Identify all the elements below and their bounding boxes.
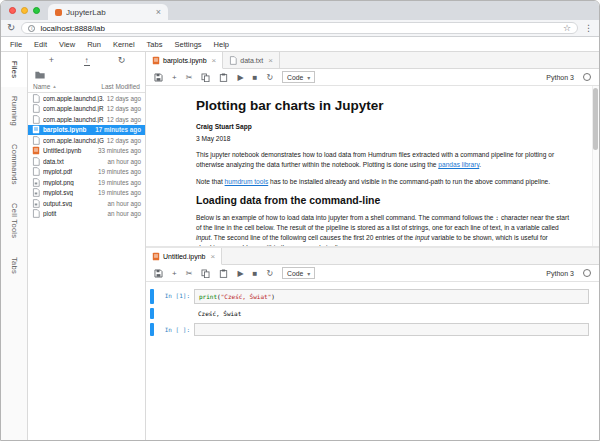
cell-type-dropdown[interactable]: Code ▾ [282,71,315,83]
page-info-icon[interactable]: i [28,25,35,32]
sidebar-tab-running[interactable]: Running [1,87,27,135]
address-bar[interactable]: i localhost:8888/lab ☆ [21,22,578,34]
empty-code-cell[interactable]: In [ ]: [150,323,589,336]
sidebar-tab-cell-tools[interactable]: Cell Tools [1,194,27,247]
column-modified[interactable]: Last Modified [101,83,140,90]
tab-data-txt[interactable]: data.txt × [223,52,280,68]
minimize-window-icon[interactable] [21,7,28,14]
add-cell-icon[interactable]: + [172,73,177,82]
bookmark-star-icon[interactable]: ☆ [563,24,571,33]
notebook-icon [32,146,40,155]
paste-cell-icon[interactable] [219,269,228,278]
image-file-icon [32,199,40,208]
menu-tabs[interactable]: Tabs [141,40,169,49]
menu-kernel[interactable]: Kernel [107,40,141,49]
menu-run[interactable]: Run [81,40,107,49]
file-name: plotit [43,210,104,217]
file-name: com.apple.launchd.j3.. [43,95,104,102]
column-name[interactable]: Name▲ [33,83,101,90]
kernel-name[interactable]: Python 3 [546,74,574,81]
run-cell-icon[interactable]: ▶ [237,269,243,278]
scrollbar[interactable] [592,86,599,246]
dock-panel: barplots.ipynb × data.txt × + ✂ ▶ [146,52,599,441]
interrupt-kernel-icon[interactable]: ■ [253,73,258,82]
close-tab-icon[interactable]: × [268,56,273,65]
add-cell-icon[interactable]: + [172,269,177,278]
menu-settings[interactable]: Settings [168,40,207,49]
save-icon[interactable] [154,73,163,82]
file-row[interactable]: myplot.svg 19 minutes ago [28,188,145,199]
cell-collapser[interactable] [150,323,154,336]
code-cell[interactable]: In [1]: print("Cześć, Świat") [150,289,589,304]
file-modified: 33 minutes ago [98,147,141,154]
file-row[interactable]: com.apple.launchd.jG.. 12 days ago [28,135,145,146]
window-controls[interactable] [1,1,48,20]
browser-menu-icon[interactable]: ⋮ [584,24,593,33]
output-prompt [156,308,194,319]
cut-cell-icon[interactable]: ✂ [186,269,193,278]
menu-help[interactable]: Help [208,40,235,49]
interrupt-kernel-icon[interactable]: ■ [253,269,258,278]
menu-view[interactable]: View [53,40,81,49]
notebook-toolbar: + ✂ ▶ ■ ↻ Code ▾ Python 3 [146,265,599,282]
code-token: "Cześć, Świat" [221,293,272,300]
tab-untitled-ipynb[interactable]: Untitled.ipynb × [146,248,222,265]
humdrum-tools-link[interactable]: humdrum tools [225,178,269,185]
doc-paragraph-1: This jupyter notebook demonstrates how t… [196,150,573,170]
kernel-status-icon[interactable] [583,269,591,277]
file-row[interactable]: com.apple.launchd.jR.. 12 days ago [28,114,145,125]
paste-cell-icon[interactable] [219,73,228,82]
sidebar-tab-tabs[interactable]: Tabs [1,248,27,283]
cell-collapser[interactable] [150,289,154,304]
breadcrumb[interactable] [28,68,145,81]
pandas-library-link[interactable]: pandas library [438,161,479,168]
file-row[interactable]: com.apple.launchd.j3.. 12 days ago [28,93,145,104]
refresh-files-icon[interactable]: ↻ [104,55,139,65]
code-input[interactable]: print("Cześć, Świat") [194,289,589,304]
menu-file[interactable]: File [4,40,28,49]
close-tab-icon[interactable]: × [156,8,161,17]
jupyterlab-menubar: File Edit View Run Kernel Tabs Settings … [1,37,599,52]
file-row[interactable]: Untitled.ipynb 33 minutes ago [28,146,145,157]
file-icon [32,115,40,124]
close-window-icon[interactable] [9,7,16,14]
top-document-panel: barplots.ipynb × data.txt × + ✂ ▶ [146,52,599,248]
code-input[interactable] [194,323,589,336]
tab-barplots-ipynb[interactable]: barplots.ipynb × [146,52,223,69]
cut-cell-icon[interactable]: ✂ [186,73,193,82]
file-row[interactable]: com.apple.launchd.jR.. 12 days ago [28,104,145,115]
output-collapser[interactable] [150,308,154,319]
file-row-selected[interactable]: barplots.ipynb 17 minutes ago [28,125,145,136]
kernel-status-icon[interactable] [583,73,591,81]
reload-icon[interactable]: ↻ [7,23,15,33]
sidebar-tab-commands[interactable]: Commands [1,135,27,194]
scrollbar-thumb[interactable] [593,88,598,150]
file-name: myplot.png [43,179,95,186]
file-row[interactable]: plotit an hour ago [28,209,145,220]
kernel-name[interactable]: Python 3 [546,270,574,277]
file-row[interactable]: data.txt an hour ago [28,156,145,167]
paragraph-text: Note that [196,178,225,185]
copy-cell-icon[interactable] [201,73,210,82]
close-tab-icon[interactable]: × [210,252,215,261]
file-row[interactable]: myplot.pdf 19 minutes ago [28,167,145,178]
restart-kernel-icon[interactable]: ↻ [266,269,273,278]
file-row[interactable]: output.svg an hour ago [28,198,145,209]
file-row[interactable]: myplot.png 19 minutes ago [28,177,145,188]
run-cell-icon[interactable]: ▶ [237,73,243,82]
upload-icon[interactable]: ↑ [69,55,104,66]
file-icon [32,157,40,166]
close-tab-icon[interactable]: × [212,56,217,65]
new-launcher-icon[interactable]: + [34,55,69,65]
sidebar-tab-files[interactable]: Files [1,52,27,87]
home-folder-icon[interactable] [35,71,45,79]
menu-edit[interactable]: Edit [28,40,53,49]
copy-cell-icon[interactable] [201,269,210,278]
browser-tab[interactable]: JupyterLab × [48,4,168,20]
restart-kernel-icon[interactable]: ↻ [266,73,273,82]
cell-type-dropdown[interactable]: Code ▾ [282,267,315,279]
save-icon[interactable] [154,269,163,278]
chevron-down-icon: ▾ [307,270,310,277]
zoom-window-icon[interactable] [33,7,40,14]
url-text[interactable]: localhost:8888/lab [40,24,558,33]
